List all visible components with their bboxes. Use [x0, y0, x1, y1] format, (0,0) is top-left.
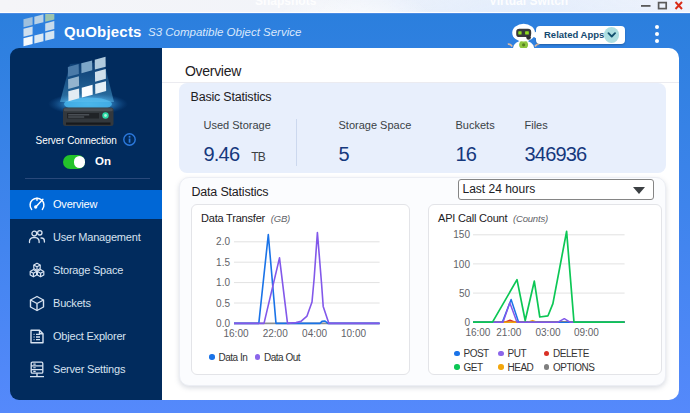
svg-text:10:00: 10:00	[341, 328, 366, 339]
svg-text:0.5: 0.5	[216, 298, 230, 309]
svg-text:21:00: 21:00	[496, 327, 521, 338]
svg-text:50: 50	[459, 288, 471, 299]
svg-text:1.0: 1.0	[216, 277, 230, 288]
svg-text:150: 150	[453, 229, 470, 240]
svg-text:22:00: 22:00	[263, 328, 288, 339]
svg-text:03:00: 03:00	[535, 327, 560, 338]
svg-text:1.5: 1.5	[216, 257, 230, 268]
svg-text:09:00: 09:00	[574, 327, 599, 338]
svg-text:100: 100	[453, 259, 470, 270]
svg-text:16:00: 16:00	[465, 327, 490, 338]
svg-text:16:00: 16:00	[223, 328, 248, 339]
svg-text:04:00: 04:00	[302, 328, 327, 339]
svg-text:2.0: 2.0	[216, 236, 230, 247]
